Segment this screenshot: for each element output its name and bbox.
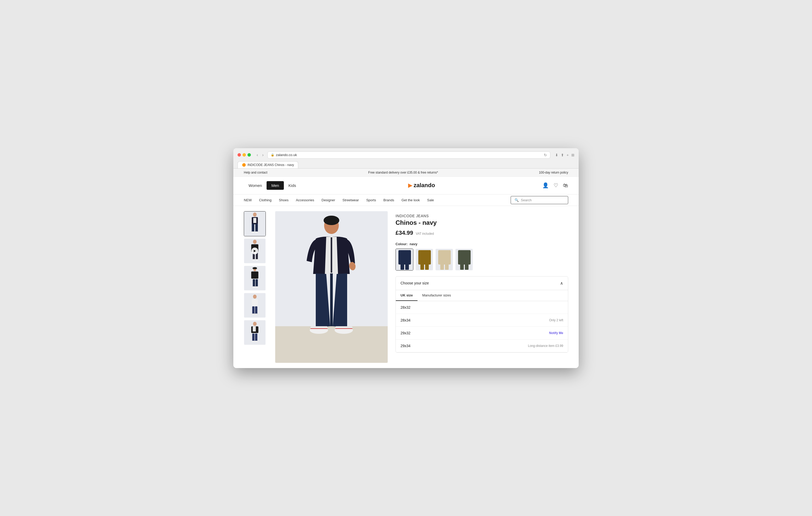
svg-point-14 bbox=[255, 259, 259, 261]
svg-point-29 bbox=[255, 313, 258, 315]
account-icon[interactable]: 👤 bbox=[542, 182, 549, 188]
traffic-lights bbox=[237, 153, 251, 157]
svg-rect-59 bbox=[420, 264, 424, 270]
size-row-28x32[interactable]: 28x32 bbox=[396, 301, 568, 314]
nav-new[interactable]: NEW bbox=[244, 194, 252, 206]
uk-size-tab[interactable]: UK size bbox=[396, 290, 417, 301]
search-placeholder: Search bbox=[521, 198, 531, 202]
svg-rect-68 bbox=[465, 264, 468, 270]
thumbnail-5[interactable] bbox=[244, 320, 266, 345]
website: Help and contact Free standard delivery … bbox=[233, 169, 579, 368]
search-box[interactable]: 🔍 Search bbox=[511, 196, 568, 204]
size-list: 28x32 28x34 Only 2 left 29x32 Notify Me … bbox=[396, 301, 568, 352]
header-icons: 👤 ♡ 🛍 bbox=[542, 182, 568, 188]
svg-rect-35 bbox=[255, 333, 257, 341]
help-contact-link[interactable]: Help and contact bbox=[244, 171, 267, 174]
site-logo[interactable]: ▶ zalando bbox=[408, 182, 435, 189]
minimize-button[interactable] bbox=[242, 153, 246, 157]
swatch-beige[interactable] bbox=[435, 249, 453, 271]
delivery-info: Free standard delivery over £35.00 & fre… bbox=[368, 171, 438, 174]
share-button[interactable]: ⬆ bbox=[561, 153, 564, 157]
size-row-29x34[interactable]: 29x34 Long-distance item £3.99 bbox=[396, 339, 568, 352]
nav-accessories[interactable]: Accessories bbox=[296, 194, 314, 206]
swatch-olive[interactable] bbox=[455, 249, 473, 271]
svg-rect-34 bbox=[252, 333, 255, 341]
thumbnail-4[interactable] bbox=[244, 293, 266, 318]
svg-rect-52 bbox=[336, 328, 352, 329]
nav-sports[interactable]: Sports bbox=[366, 194, 376, 206]
top-banner: Help and contact Free standard delivery … bbox=[233, 169, 579, 177]
browser-nav-controls: ‹ › bbox=[256, 152, 265, 158]
svg-rect-26 bbox=[252, 306, 255, 314]
svg-rect-67 bbox=[460, 264, 464, 270]
svg-point-31 bbox=[253, 322, 257, 326]
nav-designer[interactable]: Designer bbox=[321, 194, 335, 206]
nav-get-the-look[interactable]: Get the look bbox=[402, 194, 420, 206]
product-name: Chinos - navy bbox=[396, 219, 568, 226]
svg-point-21 bbox=[252, 286, 256, 288]
size-panel-header[interactable]: Choose your size ∧ bbox=[396, 277, 568, 290]
back-button[interactable]: ‹ bbox=[256, 152, 259, 158]
svg-point-24 bbox=[253, 295, 257, 299]
new-tab-button[interactable]: + bbox=[567, 153, 569, 157]
close-button[interactable] bbox=[237, 153, 241, 157]
svg-rect-18 bbox=[251, 271, 258, 278]
svg-rect-39 bbox=[275, 326, 388, 363]
svg-point-13 bbox=[252, 259, 256, 261]
svg-point-36 bbox=[252, 341, 255, 342]
nav-streetwear[interactable]: Streetwear bbox=[342, 194, 359, 206]
price-row: £34.99 VAT included bbox=[396, 230, 568, 236]
colour-swatches bbox=[396, 249, 568, 271]
manufacturer-size-tab[interactable]: Manufacturer sizes bbox=[417, 290, 456, 301]
reload-icon[interactable]: ↻ bbox=[544, 153, 547, 157]
svg-rect-3 bbox=[253, 218, 256, 223]
svg-point-6 bbox=[251, 231, 255, 233]
size-row-28x34[interactable]: 28x34 Only 2 left bbox=[396, 314, 568, 327]
men-tab[interactable]: Men bbox=[267, 181, 284, 190]
site-header: Women Men Kids ▶ zalando 👤 ♡ 🛍 bbox=[233, 177, 579, 194]
wishlist-icon[interactable]: ♡ bbox=[554, 182, 558, 188]
svg-rect-60 bbox=[425, 264, 429, 270]
size-row-29x32[interactable]: 29x32 Notify Me bbox=[396, 327, 568, 339]
main-product-image bbox=[275, 211, 388, 363]
svg-rect-19 bbox=[253, 279, 255, 286]
svg-rect-20 bbox=[256, 279, 258, 286]
size-panel: Choose your size ∧ UK size Manufacturer … bbox=[396, 276, 568, 353]
swatch-tan[interactable] bbox=[415, 249, 433, 271]
svg-point-37 bbox=[255, 341, 258, 342]
maximize-button[interactable] bbox=[248, 153, 251, 157]
svg-point-41 bbox=[324, 216, 339, 225]
nav-sale[interactable]: Sale bbox=[427, 194, 434, 206]
search-icon: 🔍 bbox=[515, 198, 519, 202]
nav-shoes[interactable]: Shoes bbox=[279, 194, 289, 206]
svg-rect-47 bbox=[311, 326, 327, 328]
svg-rect-27 bbox=[255, 306, 257, 314]
size-tabs: UK size Manufacturer sizes bbox=[396, 290, 568, 301]
thumbnail-1[interactable] bbox=[244, 211, 266, 236]
svg-rect-66 bbox=[458, 250, 471, 265]
svg-rect-55 bbox=[401, 264, 404, 270]
forward-button[interactable]: › bbox=[261, 152, 264, 158]
bag-icon[interactable]: 🛍 bbox=[563, 182, 568, 188]
download-button[interactable]: ⬇ bbox=[555, 153, 558, 157]
address-bar[interactable]: 🔒 zalando.co.uk ↻ bbox=[267, 151, 550, 159]
nav-brands[interactable]: Brands bbox=[383, 194, 394, 206]
kids-tab[interactable]: Kids bbox=[284, 181, 301, 190]
women-tab[interactable]: Women bbox=[244, 181, 267, 190]
thumbnail-2-video[interactable]: ▶ bbox=[244, 238, 266, 264]
colour-label: Colour: navy bbox=[396, 242, 568, 246]
tab-label: INDICODE JEANS Chinos - navy bbox=[248, 163, 294, 167]
tabs-button[interactable]: ⊞ bbox=[571, 153, 575, 157]
svg-point-9 bbox=[253, 240, 257, 244]
swatch-navy[interactable] bbox=[396, 249, 413, 271]
vat-label: VAT included bbox=[416, 232, 434, 236]
size-notify[interactable]: Notify Me bbox=[549, 331, 563, 335]
active-tab[interactable]: 🟠 INDICODE JEANS Chinos - navy bbox=[237, 161, 298, 168]
svg-point-1 bbox=[253, 213, 257, 217]
tab-favicon: 🟠 bbox=[242, 163, 246, 167]
nav-clothing[interactable]: Clothing bbox=[259, 194, 271, 206]
svg-rect-54 bbox=[399, 250, 411, 265]
colour-section: Colour: navy bbox=[396, 242, 568, 271]
thumbnail-3[interactable] bbox=[244, 266, 266, 291]
svg-rect-44 bbox=[330, 273, 333, 326]
